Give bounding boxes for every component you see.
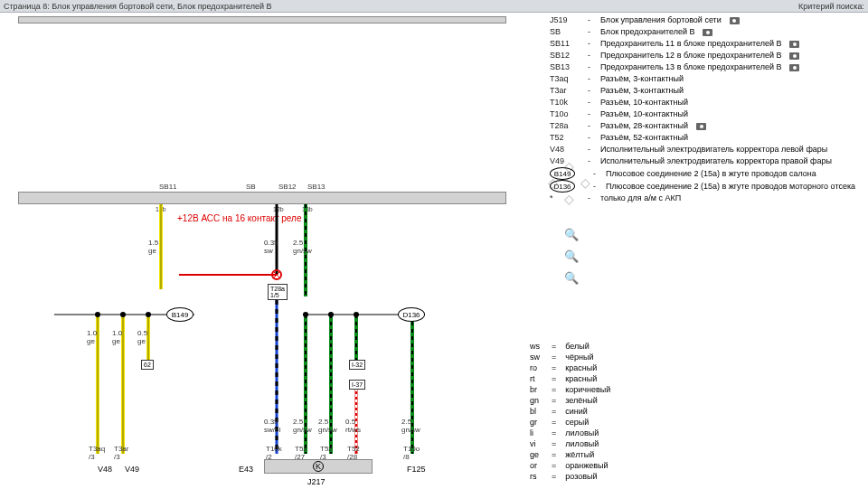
legend-row: D136-Плюсовое соединение 2 (15a) в жгуте… — [550, 180, 866, 193]
legend-row: SB11-Предохранитель 11 в блоке предохран… — [550, 38, 866, 50]
legend-row: V48-Исполнительный электродвигатель корр… — [550, 144, 866, 155]
color-row: br=коричневый — [530, 384, 610, 395]
j217-box: K — [264, 459, 373, 474]
component-legend: J519-Блок управления бортовой сети SB-Бл… — [550, 14, 866, 204]
legend-row: T3aq-Разъём, 3-контактный — [550, 73, 866, 85]
page-title: Страница 8: Блок управления бортовой сет… — [4, 2, 272, 11]
zoom-out-icon[interactable]: 🔍 — [564, 249, 579, 264]
camera-icon[interactable] — [789, 52, 799, 60]
color-legend: ws=белыйsw=чёрныйro=красныйrt=красныйbr=… — [530, 341, 610, 482]
color-row: ro=красный — [530, 362, 610, 373]
wiring-diagram[interactable]: SB11 SB SB12 SB13 11b 12b 13b +12В АСС н… — [0, 13, 524, 489]
legend-row: V49-Исполнительный электродвигатель корр… — [550, 155, 866, 167]
legend-row: B149-Плюсовое соединение 2 (15a) в жгуте… — [550, 167, 866, 180]
zoom-in-icon[interactable]: 🔍 — [564, 228, 579, 242]
legend-row: T3ar-Разъём, 3-контактный — [550, 85, 866, 97]
color-row: rs=розовый — [530, 471, 610, 482]
legend-row: T28a-Разъём, 28-контактный — [550, 120, 866, 132]
camera-icon[interactable] — [696, 123, 706, 130]
legend-row: T10o-Разъём, 10-контактный — [550, 108, 866, 120]
legend-row: T10k-Разъём, 10-контактный — [550, 97, 866, 108]
legend-row: SB-Блок предохранителей B — [550, 26, 866, 38]
node-b149: B149 — [166, 307, 193, 322]
legend-row: T52-Разъём, 52-контактный — [550, 132, 866, 144]
color-row: ge=жёлтый — [530, 449, 610, 460]
color-row: gn=зелёный — [530, 395, 610, 406]
title-bar: Страница 8: Блок управления бортовой сет… — [0, 0, 868, 13]
camera-icon[interactable] — [789, 64, 799, 71]
legend-row: SB13-Предохранитель 13 в блоке предохран… — [550, 61, 866, 73]
search-label[interactable]: Критерий поиска: — [798, 2, 864, 11]
camera-icon[interactable] — [703, 29, 712, 36]
color-row: ws=белый — [530, 341, 610, 352]
node-d136: D136 — [398, 307, 425, 322]
camera-icon[interactable] — [789, 41, 799, 48]
legend-row: SB12-Предохранитель 12 в блоке предохран… — [550, 50, 866, 61]
color-row: rt=красный — [530, 373, 610, 384]
color-row: li=лиловый — [530, 428, 610, 438]
legend-row: *-только для а/м с АКП — [550, 193, 866, 204]
color-row: gr=серый — [530, 417, 610, 428]
zoom-tools: 🔍 🔍 🔍 — [564, 228, 579, 286]
color-row: or=оранжевый — [530, 460, 610, 471]
legend-row: J519-Блок управления бортовой сети — [550, 14, 866, 26]
zoom-fit-icon[interactable]: 🔍 — [564, 271, 579, 286]
color-row: bl=синий — [530, 406, 610, 417]
camera-icon[interactable] — [730, 17, 740, 24]
color-row: sw=чёрный — [530, 352, 610, 362]
color-row: vi=лиловый — [530, 438, 610, 449]
